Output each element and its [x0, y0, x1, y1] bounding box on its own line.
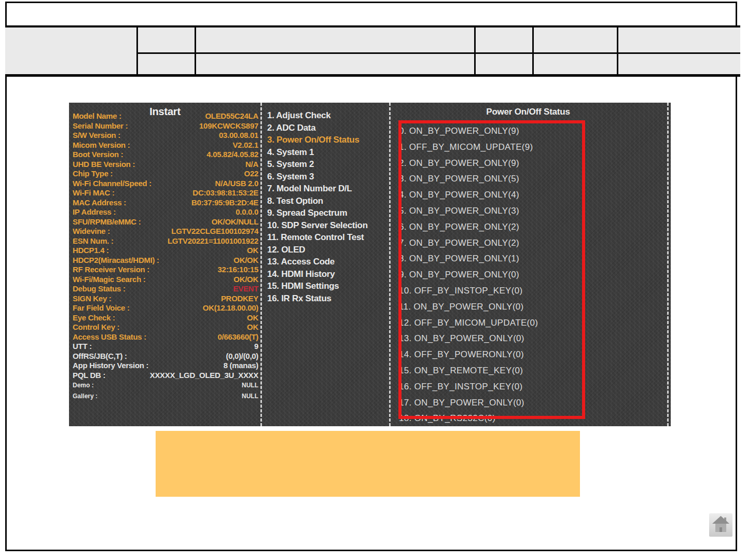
info-value: 03.00.08.01 — [219, 131, 258, 141]
menu-item[interactable]: 6. System 3 — [267, 171, 397, 183]
info-value: LGTV20221=11001001922 — [168, 236, 258, 246]
info-value: 0/663660(T) — [218, 332, 258, 342]
info-row: Wi-Fi/Magic Search :OK/OK — [73, 275, 258, 285]
menu-item[interactable]: 10. SDP Server Selection — [267, 219, 397, 232]
info-row: Micom Version :V2.02.1 — [73, 141, 258, 150]
info-value: OK/OK — [233, 256, 258, 265]
menu-item[interactable]: 15. HDMI Settings — [267, 280, 397, 292]
info-label: Wi-Fi Channel/Speed : — [73, 179, 151, 189]
info-row: Model Name :OLED55C24LA — [73, 111, 258, 121]
service-menu-list: 1. Adjust Check2. ADC Data3. Power On/Of… — [267, 109, 397, 304]
menu-item[interactable]: 3. Power On/Off Status — [267, 134, 397, 146]
info-value: 109KCWCKS897 — [199, 121, 258, 131]
info-row: UHD BE Version :N/A — [73, 160, 258, 170]
info-label: Debug Status : — [73, 284, 126, 294]
table-column-divider — [532, 27, 534, 74]
info-label: Wi-Fi MAC : — [73, 188, 115, 198]
info-value: NULL — [242, 380, 258, 391]
home-button[interactable] — [709, 513, 732, 537]
info-label: Widevine : — [73, 227, 110, 236]
info-label: MAC Address : — [73, 198, 126, 208]
status-panel-title: Power On/Off Status — [391, 107, 666, 117]
info-row: Debug Status :EVENT — [73, 284, 258, 294]
info-label: Model Name : — [73, 111, 121, 121]
info-value: OK — [247, 323, 258, 332]
header-table — [5, 25, 740, 77]
info-value: XXXXX_LGD_OLED_3U_XXXX — [150, 371, 258, 381]
info-label: SIGN Key : — [73, 294, 112, 304]
info-row: Demo :NULL — [73, 380, 258, 391]
info-value: OK/OK — [233, 275, 258, 285]
info-label: HDCP2(Miracast/HDMI) : — [73, 256, 159, 265]
menu-item[interactable]: 14. HDMI History — [267, 268, 397, 281]
tv-service-screen: Instart Model Name :OLED55C24LASerial Nu… — [69, 103, 671, 426]
info-row: HDCP1.4 :OK — [73, 246, 258, 256]
info-row: OffRS/JB(C,T) :(0,0)/(0,0) — [73, 352, 258, 361]
highlight-red-box — [398, 120, 585, 419]
info-row: Wi-Fi MAC :DC:03:98:81:53:2E — [73, 188, 258, 198]
info-row: Control Key :OK — [73, 323, 258, 332]
info-value: 0.0.0.0 — [236, 207, 258, 217]
table-column-divider — [195, 27, 196, 74]
table-column-divider — [474, 27, 476, 74]
info-row: HDCP2(Miracast/HDMI) :OK/OK — [73, 256, 258, 265]
info-row: SFU/RPMB/eMMC :OK/OK/NULL — [73, 217, 258, 227]
home-icon — [709, 513, 732, 537]
info-label: Access USB Status : — [73, 332, 146, 342]
highlight-yellow-box — [156, 431, 580, 497]
info-label: Boot Version : — [73, 150, 123, 160]
info-row: Far Field Voice :OK(12.18.00.00) — [73, 303, 258, 313]
info-label: Chip Type : — [73, 169, 113, 179]
info-row: Widevine :LGTV22CLGE100102974 — [73, 227, 258, 236]
info-value: OK — [247, 246, 258, 256]
menu-item[interactable]: 13. Access Code — [267, 256, 397, 268]
table-column-divider — [136, 27, 138, 74]
info-row: IP Address :0.0.0.0 — [73, 207, 258, 217]
column-separator-dashed — [260, 103, 262, 426]
info-row: Wi-Fi Channel/Speed :N/A/USB 2.0 — [73, 179, 258, 189]
info-label: IP Address : — [73, 207, 116, 217]
info-row: App History Version :8 (manas) — [73, 361, 258, 371]
info-label: App History Version : — [73, 361, 148, 371]
info-row: Gallery :NULL — [73, 391, 258, 402]
info-value: OLED55C24LA — [205, 111, 258, 121]
menu-item[interactable]: 11. Remote Control Test — [267, 231, 397, 244]
info-value: 4.05.82/4.05.82 — [206, 150, 258, 160]
menu-item[interactable]: 8. Test Option — [267, 195, 397, 207]
info-value: 32:16:10:15 — [218, 265, 258, 275]
service-manual-page: Instart Model Name :OLED55C24LASerial Nu… — [0, 0, 747, 560]
info-value: OK(12.18.00.00) — [203, 303, 258, 313]
info-label: Control Key : — [73, 323, 119, 332]
menu-item[interactable]: 16. IR Rx Status — [267, 292, 397, 305]
menu-item[interactable]: 4. System 1 — [267, 146, 397, 159]
menu-item[interactable]: 1. Adjust Check — [267, 109, 397, 122]
info-value: (0,0)/(0,0) — [226, 352, 258, 361]
menu-item[interactable]: 7. Model Number D/L — [267, 183, 397, 195]
info-value: PRODKEY — [221, 294, 258, 304]
table-column-divider — [617, 27, 618, 74]
column-separator-dashed — [667, 103, 669, 426]
info-label: Eye Check : — [73, 313, 115, 323]
info-value: B0:37:95:9B:2D:4E — [191, 198, 258, 208]
info-label: S/W Version : — [73, 131, 120, 141]
info-value: EVENT — [233, 284, 258, 294]
info-row: ESN Num. :LGTV20221=11001001922 — [73, 236, 258, 246]
info-value: NULL — [242, 391, 258, 402]
info-value: 9 — [254, 342, 258, 352]
menu-item[interactable]: 5. System 2 — [267, 158, 397, 171]
info-label: HDCP1.4 : — [73, 246, 109, 256]
menu-item[interactable]: 2. ADC Data — [267, 122, 397, 134]
info-row: S/W Version :03.00.08.01 — [73, 131, 258, 141]
info-row: Serial Number :109KCWCKS897 — [73, 121, 258, 131]
info-row: MAC Address :B0:37:95:9B:2D:4E — [73, 198, 258, 208]
info-value: LGTV22CLGE100102974 — [171, 227, 258, 236]
info-row: Access USB Status :0/663660(T) — [73, 332, 258, 342]
info-row: Chip Type :O22 — [73, 169, 258, 179]
info-row: Boot Version :4.05.82/4.05.82 — [73, 150, 258, 160]
info-label: Far Field Voice : — [73, 303, 130, 313]
info-row: PQL DB :XXXXX_LGD_OLED_3U_XXXX — [73, 371, 258, 381]
info-value: N/A — [245, 160, 258, 170]
table-row-divider — [136, 52, 740, 54]
menu-item[interactable]: 12. OLED — [267, 244, 397, 256]
menu-item[interactable]: 9. Spread Spectrum — [267, 207, 397, 219]
